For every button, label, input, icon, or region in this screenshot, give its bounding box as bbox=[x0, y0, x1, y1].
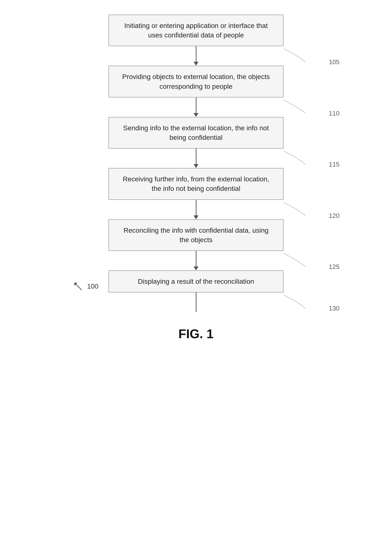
step-label-105: 105 bbox=[329, 58, 339, 66]
curve-svg-5 bbox=[284, 253, 313, 268]
step-box-115: Receiving further info, from the externa… bbox=[108, 168, 284, 200]
step-label-115: 115 bbox=[329, 161, 339, 168]
curve-svg-2 bbox=[284, 100, 313, 115]
step-label-110: 110 bbox=[329, 110, 339, 117]
step-wrapper-120: Reconciling the info with confidential d… bbox=[87, 219, 305, 251]
tail-arrow: 130 bbox=[87, 292, 305, 312]
step-box-125: Displaying a result of the reconciliatio… bbox=[108, 270, 284, 292]
arrow-head-4 bbox=[194, 215, 198, 219]
arrow-3: 115 bbox=[87, 149, 305, 168]
figure-label: FIG. 1 bbox=[178, 327, 214, 341]
arrow-line-4 bbox=[196, 200, 196, 215]
arrow-line-2 bbox=[196, 97, 196, 113]
arrow-head-2 bbox=[194, 113, 198, 117]
step-text-105: Providing objects to external location, … bbox=[122, 73, 270, 90]
step-text-125: Displaying a result of the reconciliatio… bbox=[138, 278, 254, 285]
arrow-head-5 bbox=[194, 266, 198, 270]
arrow-5: 125 bbox=[87, 251, 305, 270]
arrow-2: 110 bbox=[87, 97, 305, 117]
curve-svg-4 bbox=[284, 202, 313, 217]
ref-arrow-svg bbox=[72, 280, 84, 292]
step-wrapper-110: Sending info to the external location, t… bbox=[87, 117, 305, 149]
step-box-105: Providing objects to external location, … bbox=[108, 66, 284, 97]
step-wrapper-125: Displaying a result of the reconciliatio… bbox=[87, 270, 305, 292]
arrow-4: 120 bbox=[87, 200, 305, 219]
ref-100-wrapper: 100 bbox=[72, 280, 98, 292]
curve-svg-3 bbox=[284, 151, 313, 166]
step-text-120: Reconciling the info with confidential d… bbox=[124, 227, 268, 244]
step-text-0: Initiating or entering application or in… bbox=[124, 22, 268, 39]
arrow-head-3 bbox=[194, 164, 198, 168]
arrow-line-5 bbox=[196, 251, 196, 266]
curve-svg-1 bbox=[284, 49, 313, 63]
step-wrapper-115: Receiving further info, from the externa… bbox=[87, 168, 305, 200]
step-text-115: Receiving further info, from the externa… bbox=[123, 175, 269, 192]
flowchart-diagram: Initiating or entering application or in… bbox=[87, 15, 305, 341]
step-wrapper-105: Providing objects to external location, … bbox=[87, 66, 305, 97]
final-label-130: 130 bbox=[329, 305, 339, 312]
arrow-head-1 bbox=[194, 62, 198, 66]
ref-label-100: 100 bbox=[87, 283, 98, 290]
step-box-120: Reconciling the info with confidential d… bbox=[108, 219, 284, 251]
step-box-110: Sending info to the external location, t… bbox=[108, 117, 284, 149]
step-label-125: 125 bbox=[329, 263, 339, 271]
arrow-1: 105 bbox=[87, 46, 305, 66]
step-box-0: Initiating or entering application or in… bbox=[108, 15, 284, 46]
tail-line bbox=[196, 292, 196, 312]
curve-svg-6 bbox=[284, 295, 313, 309]
arrow-line-3 bbox=[196, 149, 196, 164]
step-label-120: 120 bbox=[329, 212, 339, 220]
arrow-line-1 bbox=[196, 46, 196, 62]
step-wrapper-0: Initiating or entering application or in… bbox=[87, 15, 305, 46]
step-text-110: Sending info to the external location, t… bbox=[123, 124, 269, 141]
